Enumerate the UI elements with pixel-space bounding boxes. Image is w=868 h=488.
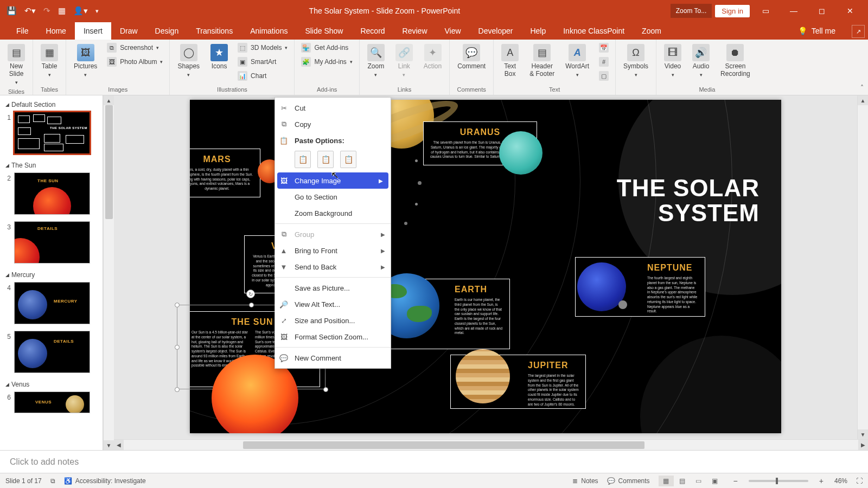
comment-button[interactable]: 💬Comment [454, 42, 489, 73]
resize-handle[interactable] [175, 303, 180, 307]
tab-file[interactable]: File [8, 22, 37, 40]
tab-design[interactable]: Design [146, 22, 188, 40]
video-button[interactable]: 🎞Video▾ [661, 42, 685, 80]
thumbnail-slide-2[interactable]: THE SUN [14, 172, 90, 215]
ctx-size-position[interactable]: ⤢Size and Position... [275, 312, 391, 329]
tab-record[interactable]: Record [352, 22, 393, 40]
date-time-button[interactable]: 📅 [597, 42, 611, 54]
notes-toggle[interactable]: ≣Notes [572, 477, 598, 485]
normal-view-button[interactable]: ▦ [659, 476, 674, 486]
scroll-up-icon[interactable]: ▲ [104, 95, 114, 105]
thumbnail-slide-6[interactable]: VENUS [14, 391, 90, 413]
sign-in-button[interactable]: Sign in [715, 5, 750, 17]
present-icon[interactable]: ▦ [58, 6, 66, 16]
reading-view-button[interactable]: ▭ [691, 476, 706, 486]
ctx-format-section-zoom[interactable]: 🖼Format Section Zoom... [275, 329, 391, 345]
canvas-vertical-scrollbar[interactable]: ▲ ▼ [857, 95, 868, 439]
thumbnail-slide-3[interactable]: DETAILS [14, 221, 90, 264]
shapes-button[interactable]: ◯Shapes▾ [174, 42, 203, 80]
paste-option-3[interactable]: 📋 [340, 151, 356, 168]
header-footer-button[interactable]: ▤Header & Footer [526, 42, 558, 80]
touch-mode-icon[interactable]: 👤▾ [73, 6, 88, 16]
zoom-tools-contextual-tab[interactable]: Zoom To... [671, 4, 712, 18]
minimize-icon[interactable]: — [781, 0, 806, 22]
3d-models-button[interactable]: ⬚3D Models▾ [235, 42, 290, 54]
scroll-left-icon[interactable]: ◀ [114, 440, 124, 450]
share-button-icon[interactable]: ↗ [852, 25, 865, 38]
close-icon[interactable]: ✕ [838, 0, 863, 22]
thumbnail-slide-4[interactable]: MERCURY [14, 282, 90, 324]
pictures-button[interactable]: 🖼Pictures▾ [71, 42, 100, 80]
ctx-new-comment[interactable]: 💬New Comment [275, 350, 391, 366]
language-button[interactable]: ⧉ [50, 477, 55, 485]
screenshot-button[interactable]: ⧉Screenshot▾ [105, 42, 165, 54]
canvas-horizontal-scrollbar[interactable]: ◀ ▶ [114, 439, 868, 450]
zoom-out-button[interactable]: − [731, 477, 740, 485]
section-default[interactable]: ◢Default Section [2, 99, 100, 111]
undo-icon[interactable]: ↶▾ [24, 6, 36, 16]
tab-developer[interactable]: Developer [470, 22, 522, 40]
screen-recording-button[interactable]: ⏺Screen Recording [717, 42, 754, 80]
wordart-button[interactable]: AWordArt▾ [562, 42, 592, 80]
ctx-view-alt-text[interactable]: 🔎View Alt Text... [275, 296, 391, 312]
my-addins-button[interactable]: 🧩My Add-ins▾ [299, 56, 354, 68]
resize-handle[interactable] [175, 387, 180, 392]
icons-button[interactable]: ★Icons [207, 42, 231, 73]
scroll-thumb[interactable] [105, 105, 113, 219]
section-the-sun[interactable]: ◢The Sun [2, 159, 100, 171]
slide-number-button[interactable]: # [597, 56, 611, 68]
thumbnail-slide-5[interactable]: DETAILS [14, 331, 90, 373]
ctx-copy[interactable]: ⧉Copy [275, 116, 391, 132]
slide-counter[interactable]: Slide 1 of 17 [5, 477, 42, 485]
ctx-cut[interactable]: ✂Cut [275, 100, 391, 116]
resize-handle[interactable] [249, 303, 254, 307]
canvas-wrap[interactable]: THE SOLAR SYSTEM MARS Mars, a cold, dry,… [114, 95, 868, 439]
comments-toggle[interactable]: 💬Comments [607, 477, 650, 485]
slideshow-view-button[interactable]: ▣ [707, 476, 723, 486]
tab-animations[interactable]: Animations [241, 22, 296, 40]
zoom-in-button[interactable]: + [817, 477, 826, 485]
zoom-button[interactable]: 🔍Zoom▾ [364, 42, 388, 80]
ctx-send-to-back[interactable]: ▼Send to Back▶ [275, 259, 391, 275]
tab-review[interactable]: Review [394, 22, 436, 40]
tab-insert[interactable]: Insert [75, 22, 111, 40]
ctx-save-as-picture[interactable]: Save as Picture... [275, 280, 391, 296]
collapse-ribbon-icon[interactable]: ˄ [860, 84, 864, 92]
resize-handle[interactable] [175, 345, 180, 350]
scroll-right-icon[interactable]: ▶ [858, 440, 868, 450]
tab-home[interactable]: Home [37, 22, 75, 40]
paste-option-2[interactable]: 📋 [317, 151, 334, 168]
smartart-button[interactable]: ▣SmartArt [235, 56, 290, 68]
scroll-thumb[interactable] [243, 441, 644, 449]
paste-option-1[interactable]: 📋 [295, 151, 311, 168]
tab-draw[interactable]: Draw [111, 22, 146, 40]
symbols-button[interactable]: ΩSymbols▾ [620, 42, 652, 80]
ctx-zoom-background[interactable]: Zoom Background [275, 205, 391, 221]
new-slide-button[interactable]: ▤New Slide▾ [4, 42, 28, 87]
audio-button[interactable]: 🔊Audio▾ [689, 42, 713, 80]
tab-classpoint[interactable]: Inknoe ClassPoint [554, 22, 633, 40]
resize-handle[interactable] [323, 387, 328, 392]
accessibility-button[interactable]: ♿Accessibility: Investigate [64, 477, 146, 485]
get-addins-button[interactable]: 🏪Get Add-ins [299, 42, 354, 54]
sorter-view-button[interactable]: ▤ [675, 476, 690, 486]
redo-icon[interactable]: ↷ [43, 6, 50, 16]
maximize-icon[interactable]: ◻ [809, 0, 834, 22]
zoom-percent[interactable]: 46% [834, 477, 847, 485]
slide-thumbnail-panel[interactable]: ◢Default Section 1 THE SOLAR SYSTEM ◢The… [0, 95, 103, 450]
tab-transitions[interactable]: Transitions [187, 22, 241, 40]
link-button[interactable]: 🔗Link▾ [392, 42, 416, 80]
save-icon[interactable]: 💾 [7, 6, 17, 16]
rotation-handle-icon[interactable]: ↻ [246, 290, 255, 298]
tell-me-search[interactable]: 💡Tell me [790, 22, 843, 40]
object-button[interactable]: ▢ [597, 70, 611, 82]
table-button[interactable]: ▦Table▾ [37, 42, 61, 80]
chart-button[interactable]: 📊Chart [235, 70, 290, 82]
ctx-bring-to-front[interactable]: ▲Bring to Front▶ [275, 242, 391, 259]
tab-view[interactable]: View [436, 22, 470, 40]
zoom-slider-knob[interactable] [776, 478, 778, 484]
notes-pane[interactable]: Click to add notes [0, 450, 868, 473]
text-box-button[interactable]: AText Box [498, 42, 522, 80]
action-button[interactable]: ✦Action [420, 42, 445, 73]
section-mercury[interactable]: ◢Mercury [2, 269, 100, 281]
